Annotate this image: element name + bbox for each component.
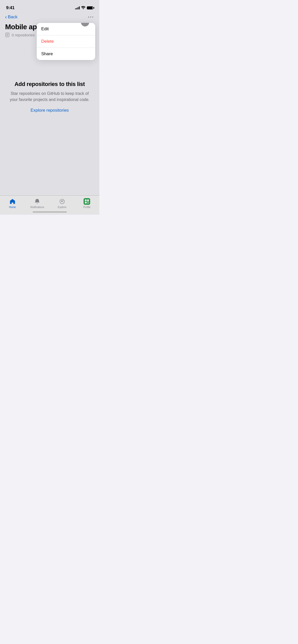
dropdown-share[interactable]: Share bbox=[37, 48, 95, 60]
dropdown-arrow bbox=[81, 23, 89, 26]
dropdown-arrow-dot bbox=[81, 23, 89, 26]
dropdown-menu: Edit Delete Share bbox=[37, 23, 95, 60]
dropdown-delete[interactable]: Delete bbox=[37, 35, 95, 48]
